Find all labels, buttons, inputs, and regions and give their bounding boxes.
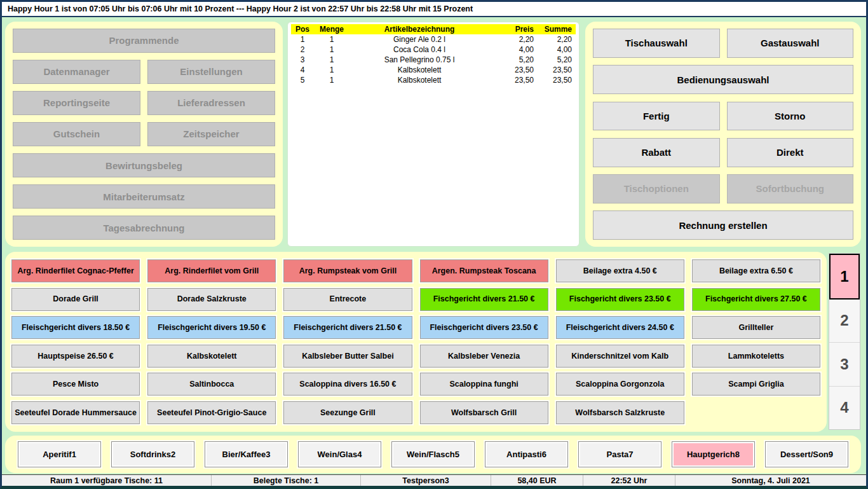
status-clock: 22:52 Uhr	[583, 475, 675, 486]
category-button[interactable]: Wein/Flasch5	[391, 441, 475, 467]
action-button[interactable]: Storno	[727, 102, 854, 131]
article-button[interactable]: Saltinbocca	[147, 373, 276, 396]
article-button[interactable]: Scaloppina divers 16.50 €	[283, 373, 412, 396]
happy-hour-text: Happy Hour 1 ist von 07:05 Uhr bis 07:06…	[8, 4, 473, 13]
admin-button[interactable]: Datenmanager	[13, 60, 140, 84]
admin-button[interactable]: Bewirtungsbeleg	[13, 153, 275, 177]
article-page-tab[interactable]: 1	[829, 254, 860, 300]
article-button[interactable]: Lammkoteletts	[692, 345, 820, 368]
article-page-tab[interactable]: 4	[829, 387, 860, 430]
article-button[interactable]: Arg. Rinderfilet vom Grill	[147, 259, 276, 282]
article-button[interactable]: Kalbsleber Venezia	[420, 345, 548, 368]
order-row[interactable]: 11Ginger Ale 0.2 l2,202,20	[291, 34, 576, 45]
order-cell: 1	[291, 34, 314, 45]
article-button[interactable]: Wolfsbarsch Grill	[420, 401, 548, 424]
order-cell: 1	[314, 55, 349, 65]
category-button[interactable]: Hauptgerich8	[672, 441, 755, 467]
admin-button[interactable]: Einstellungen	[147, 60, 275, 84]
order-cell: 4	[291, 65, 314, 75]
order-cell: 23,50	[535, 65, 576, 75]
article-button[interactable]: Fleischgericht divers 18.50 €	[11, 316, 140, 339]
article-button[interactable]: Scampi Griglia	[692, 373, 820, 396]
article-button[interactable]: Fischgericht divers 21.50 €	[420, 288, 548, 311]
article-button[interactable]: Fleischgericht divers 23.50 €	[420, 316, 548, 339]
article-button[interactable]: Fleischgericht divers 21.50 €	[283, 316, 412, 339]
category-button[interactable]: Softdrinks2	[111, 441, 194, 467]
category-button[interactable]: Pasta7	[578, 441, 661, 467]
article-button[interactable]: Fischgericht divers 23.50 €	[556, 288, 684, 311]
category-button[interactable]: Wein/Glas4	[298, 441, 381, 467]
article-button[interactable]: Fleischgericht divers 24.50 €	[556, 316, 684, 339]
order-cell: 1	[314, 34, 349, 45]
order-column-header: Artikelbezeichnung	[349, 24, 489, 34]
action-button[interactable]: Bedienungsauswahl	[593, 65, 853, 94]
admin-button[interactable]: Gutschein	[13, 122, 140, 146]
article-button[interactable]: Kalbsleber Butter Salbei	[283, 345, 412, 368]
article-button[interactable]: Arg. Rumpsteak vom Grill	[283, 259, 412, 282]
action-button[interactable]: Fertig	[593, 102, 720, 131]
admin-button[interactable]: Zeitspeicher	[147, 122, 275, 146]
order-row[interactable]: 21Coca Cola 0.4 l4,004,00	[291, 45, 576, 55]
admin-button[interactable]: Mitarbeiterumsatz	[13, 184, 275, 209]
admin-button[interactable]: Tagesabrechnung	[13, 216, 275, 240]
order-cell: San Pellegrino 0.75 l	[349, 55, 489, 65]
action-button[interactable]: Rabatt	[593, 138, 720, 167]
order-cell: 2	[291, 45, 314, 55]
order-table-header: PosMengeArtikelbezeichnungPreisSumme	[291, 24, 576, 34]
order-column-header: Summe	[535, 24, 576, 34]
article-button[interactable]: Grillteller	[692, 316, 820, 339]
admin-button[interactable]: Lieferadressen	[147, 91, 275, 115]
article-button[interactable]: Kalbskotelett	[147, 345, 276, 368]
article-button[interactable]: Fischgericht divers 27.50 €	[692, 288, 820, 311]
article-button[interactable]: Beilage extra 6.50 €	[692, 259, 820, 282]
category-button[interactable]: Bier/Kaffee3	[205, 441, 288, 467]
article-page-tab[interactable]: 3	[829, 343, 860, 387]
article-button[interactable]: Entrecote	[283, 288, 412, 311]
action-button[interactable]: Tischauswahl	[593, 29, 720, 58]
action-button[interactable]: Sofortbuchung	[727, 174, 854, 203]
order-cell: 23,50	[489, 75, 535, 85]
article-button[interactable]: Seeteufel Dorade Hummersauce	[11, 401, 140, 424]
order-cell: 1	[314, 45, 349, 55]
status-date: Sonntag, 4. Juli 2021	[675, 475, 866, 486]
article-button[interactable]: Dorade Grill	[11, 288, 140, 311]
order-cell: Kalbskotelett	[349, 75, 489, 85]
article-button[interactable]: Hauptspeise 26.50 €	[11, 345, 140, 368]
article-button[interactable]: Wolfsbarsch Salzkruste	[556, 401, 684, 424]
article-button[interactable]: Kinderschnitzel vom Kalb	[556, 345, 684, 368]
admin-button[interactable]: Reportingseite	[13, 91, 140, 115]
article-button[interactable]: Scaloppina Gorgonzola	[556, 373, 684, 396]
admin-panel-grid: ProgrammendeDatenmanagerEinstellungenRep…	[13, 29, 275, 240]
action-button[interactable]: Rechnung erstellen	[593, 210, 853, 240]
order-row[interactable]: 41Kalbskotelett23,5023,50	[291, 65, 576, 75]
action-button[interactable]: Direkt	[727, 138, 854, 167]
article-button[interactable]: Dorade Salzkruste	[147, 288, 276, 311]
action-panel-grid: TischauswahlGastauswahlBedienungsauswahl…	[593, 29, 853, 240]
category-button[interactable]: Aperitif1	[18, 441, 101, 467]
order-column-header: Preis	[489, 24, 535, 34]
order-row[interactable]: 51Kalbskotelett23,5023,50	[291, 75, 576, 85]
category-button[interactable]: Dessert/Son9	[765, 441, 848, 467]
article-button[interactable]: Seeteufel Pinot-Grigio-Sauce	[147, 401, 276, 424]
order-cell: Kalbskotelett	[349, 65, 489, 75]
action-button[interactable]: Tischoptionen	[593, 174, 720, 203]
article-button[interactable]: Beilage extra 4.50 €	[556, 259, 684, 282]
article-button[interactable]: Arg. Rinderfilet Cognac-Pfeffer	[11, 259, 140, 282]
action-panel: TischauswahlGastauswahlBedienungsauswahl…	[585, 22, 861, 247]
admin-panel: ProgrammendeDatenmanagerEinstellungenRep…	[5, 22, 283, 247]
article-button[interactable]: Scaloppina funghi	[420, 373, 548, 396]
action-button[interactable]: Gastauswahl	[727, 29, 854, 58]
admin-button[interactable]: Programmende	[13, 29, 275, 53]
order-cell: 1	[314, 65, 349, 75]
article-button[interactable]: Pesce Misto	[11, 373, 140, 396]
category-button[interactable]: Antipasti6	[485, 441, 568, 467]
article-button[interactable]: Fleischgericht divers 19.50 €	[147, 316, 276, 339]
order-row[interactable]: 31San Pellegrino 0.75 l5,205,20	[291, 55, 576, 65]
article-button[interactable]: Argen. Rumpsteak Toscana	[420, 259, 548, 282]
article-button[interactable]: Seezunge Grill	[283, 401, 412, 424]
main-content: ProgrammendeDatenmanagerEinstellungenRep…	[2, 17, 866, 473]
order-column-header: Menge	[314, 24, 349, 34]
order-cell: 2,20	[535, 34, 576, 45]
article-page-tab[interactable]: 2	[829, 300, 860, 343]
status-bar: Raum 1 verfügbare Tische: 11Belegte Tisc…	[2, 474, 866, 486]
